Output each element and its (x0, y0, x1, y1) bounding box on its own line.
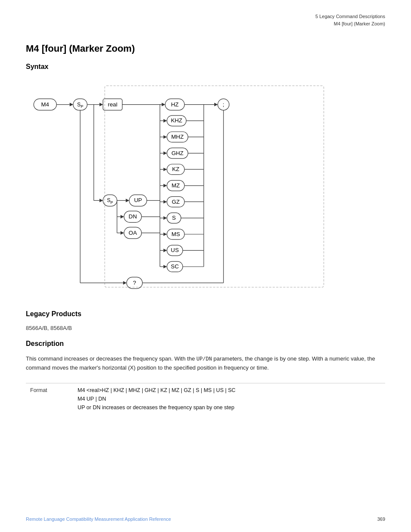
svg-marker-35 (163, 152, 167, 155)
svg-text:OA: OA (129, 230, 137, 236)
format-line2: M4 UP | DN (78, 395, 381, 403)
svg-marker-70 (163, 233, 167, 236)
svg-marker-28 (163, 135, 167, 139)
svg-marker-12 (162, 103, 165, 106)
footer-right: 369 (377, 516, 385, 522)
breadcrumb: 5 Legacy Command Descriptions M4 [four] … (315, 13, 385, 27)
syntax-heading: Syntax (26, 63, 385, 71)
format-line1: M4 <real>HZ | KHZ | MHZ | GHZ | KZ | MZ … (78, 386, 381, 395)
svg-marker-16 (214, 103, 218, 106)
svg-text:US: US (171, 247, 179, 253)
format-table: Format M4 <real>HZ | KHZ | MHZ | GHZ | K… (26, 383, 385, 414)
svg-marker-8 (100, 103, 103, 106)
svg-text:M4: M4 (41, 101, 49, 108)
svg-text:SP: SP (77, 102, 83, 109)
format-label: Format (26, 383, 73, 414)
description-code: UP/DN (196, 356, 212, 362)
svg-text:MS: MS (171, 231, 180, 237)
svg-text:UP: UP (134, 197, 142, 203)
svg-marker-91 (100, 199, 103, 202)
svg-text:GHZ: GHZ (171, 150, 184, 156)
description-heading: Description (26, 340, 385, 348)
svg-text:KZ: KZ (172, 166, 179, 172)
svg-marker-21 (163, 119, 167, 122)
format-row: Format M4 <real>HZ | KHZ | MHZ | GHZ | K… (26, 383, 385, 414)
legacy-products-heading: Legacy Products (26, 310, 385, 318)
svg-marker-4 (70, 103, 73, 106)
footer: Remote Language Compatibility Measuremen… (0, 516, 411, 522)
svg-marker-101 (121, 215, 124, 218)
svg-text:real: real (108, 101, 117, 108)
legacy-products-text: 8566A/B, 8568A/B (26, 325, 385, 331)
svg-text:MZ: MZ (171, 182, 180, 189)
svg-marker-95 (126, 199, 129, 202)
svg-text:DN: DN (129, 213, 137, 220)
svg-text:KHZ: KHZ (171, 117, 182, 124)
svg-text:SP: SP (107, 197, 113, 204)
svg-text:?: ? (133, 280, 136, 286)
svg-marker-84 (163, 265, 167, 268)
svg-marker-63 (163, 216, 167, 220)
svg-text:SC: SC (171, 263, 179, 270)
svg-text:MHZ: MHZ (171, 134, 184, 140)
svg-text:S: S (172, 215, 176, 221)
description-text: This command increases or decreases the … (26, 355, 385, 373)
svg-text:HZ: HZ (171, 101, 179, 108)
svg-marker-77 (163, 249, 167, 252)
svg-rect-0 (105, 86, 324, 287)
svg-marker-42 (163, 168, 167, 171)
footer-left: Remote Language Compatibility Measuremen… (26, 516, 171, 522)
syntax-diagram: M4 SP real HZ ; (26, 78, 385, 302)
svg-marker-113 (123, 281, 127, 285)
page-title: M4 [four] (Marker Zoom) (26, 43, 385, 54)
format-line3: UP or DN increases or decreases the freq… (78, 403, 381, 412)
svg-marker-56 (163, 200, 167, 203)
svg-text:;: ; (223, 101, 224, 108)
svg-text:GZ: GZ (172, 199, 180, 205)
svg-marker-107 (121, 231, 124, 235)
svg-marker-49 (163, 184, 167, 187)
